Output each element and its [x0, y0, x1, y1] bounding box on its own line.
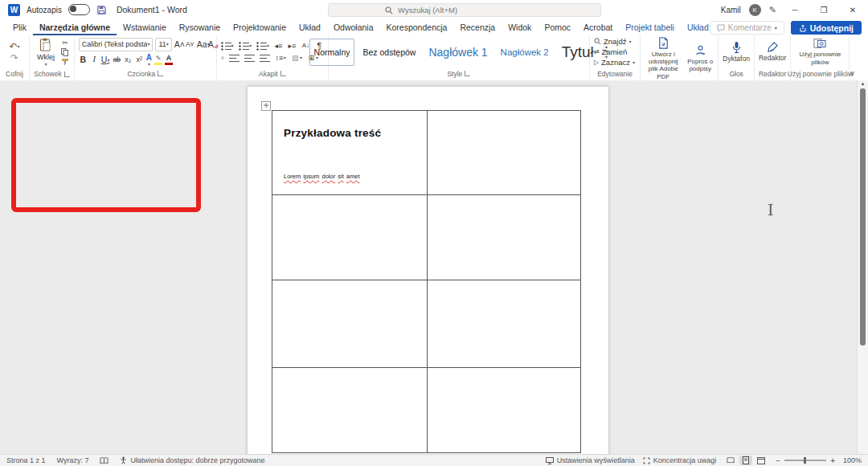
select-button[interactable]: ▷ Zaznacz▾ — [594, 58, 635, 67]
zoom-level[interactable]: 100% — [843, 456, 862, 464]
text-effects-button[interactable]: A▾ — [146, 54, 152, 67]
tab-pomoc[interactable]: Pomoc — [538, 19, 577, 35]
accessibility-status[interactable]: Ułatwienia dostępu: dobrze przygotowane — [120, 456, 264, 464]
font-name-select[interactable]: Calibri (Tekst podsta▾ — [79, 38, 154, 51]
tab-recenzja[interactable]: Recenzja — [453, 19, 502, 35]
zoom-out-button[interactable]: − — [776, 456, 780, 465]
font-size-select[interactable]: 11▾ — [155, 38, 171, 51]
tab-korespondencja[interactable]: Korespondencja — [380, 19, 454, 35]
document-page[interactable]: Przykładowa treść Lorem ipsum dolor sit … — [248, 87, 608, 455]
subscript-button[interactable]: x₂ — [124, 56, 133, 63]
style-naglowek-2[interactable]: Nagłówek 2 — [496, 39, 554, 66]
word-count[interactable]: Wyrazy: 7 — [57, 456, 89, 464]
superscript-button[interactable]: x² — [135, 56, 144, 63]
highlight-color-button[interactable]: ✎ — [154, 55, 162, 65]
numbered-list-button[interactable]: ▾ — [239, 42, 252, 51]
justify-button[interactable] — [260, 54, 270, 63]
zoom-slider[interactable] — [784, 460, 826, 461]
create-pdf-button[interactable]: Utwórz i udostępnij plik Adobe PDF — [645, 37, 682, 80]
copy-icon[interactable] — [61, 48, 68, 56]
italic-button[interactable]: I — [90, 55, 99, 64]
web-layout-button[interactable] — [755, 456, 768, 465]
dictate-button[interactable]: Dyktafon — [723, 41, 750, 63]
ribbon-collapse-icon[interactable]: ∨ — [850, 69, 855, 77]
undo-button[interactable]: ↶▾ — [9, 42, 19, 51]
print-layout-button[interactable] — [739, 456, 752, 465]
change-case-button[interactable]: Aa▾ — [197, 40, 206, 49]
clipboard-dialog-launcher[interactable] — [64, 72, 70, 77]
user-avatar[interactable]: K — [749, 4, 761, 16]
scroll-up-icon[interactable]: ▲ — [858, 81, 868, 86]
style-naglowek-1[interactable]: Nagłówek 1 — [424, 39, 492, 66]
strikethrough-button[interactable]: ab — [113, 56, 121, 63]
display-settings-button[interactable]: Ustawienia wyświetlania — [546, 456, 635, 464]
scrollbar-thumb[interactable] — [860, 88, 866, 345]
restore-button[interactable]: ❐ — [813, 0, 834, 19]
search-input[interactable]: Wyszukaj (Alt+M) — [328, 3, 601, 17]
shrink-font-button[interactable]: A˅ — [186, 41, 194, 48]
table-cell-1-2[interactable] — [428, 111, 581, 195]
redo-button[interactable]: ↷ — [10, 53, 18, 63]
paragraph-dialog-launcher[interactable] — [280, 71, 286, 76]
table-cell-3-2[interactable] — [428, 280, 581, 368]
bold-button[interactable]: B — [79, 55, 88, 64]
save-icon[interactable] — [96, 5, 107, 15]
multilevel-list-button[interactable]: ▾ — [256, 42, 269, 51]
format-painter-icon[interactable] — [61, 58, 69, 66]
minimize-button[interactable]: ─ — [784, 0, 805, 19]
replace-button[interactable]: ⇄ Zamień — [594, 47, 635, 56]
tab-narzedzia-glowne[interactable]: Narzędzia główne — [33, 19, 117, 35]
grow-font-button[interactable]: A˄ — [174, 40, 183, 49]
cut-icon[interactable]: ✂ — [62, 39, 68, 47]
tab-widok[interactable]: Widok — [502, 19, 538, 35]
clear-formatting-button[interactable]: A◢ — [208, 40, 217, 49]
autosave-toggle[interactable] — [68, 4, 90, 15]
table-cell-2-1[interactable] — [272, 195, 428, 280]
tab-uklad[interactable]: Układ — [293, 19, 327, 35]
tab-rysowanie[interactable]: Rysowanie — [173, 19, 227, 35]
align-right-button[interactable] — [244, 54, 255, 63]
page-count[interactable]: Strona 1 z 1 — [6, 456, 46, 464]
paste-button[interactable]: Wklej ▾ — [34, 37, 58, 67]
align-left-button[interactable] — [221, 56, 224, 59]
table-cell-2-2[interactable] — [428, 195, 581, 280]
tab-odwolania[interactable]: Odwołania — [327, 19, 380, 35]
tab-wstawianie[interactable]: Wstawianie — [117, 19, 173, 35]
style-normalny[interactable]: Normalny — [309, 39, 355, 66]
tab-acrobat[interactable]: Acrobat — [577, 19, 619, 35]
read-mode-button[interactable] — [724, 456, 737, 465]
table-cell-1-1[interactable]: Przykładowa treść Lorem ipsum dolor sit … — [272, 111, 428, 195]
reuse-files-button[interactable]: Użyj ponownie plików — [796, 38, 843, 65]
find-button[interactable]: Znajdź▾ — [594, 37, 635, 46]
tab-plik[interactable]: Plik — [6, 19, 33, 35]
ink-pen-icon[interactable]: ✎ — [769, 5, 776, 15]
styles-dialog-launcher[interactable] — [465, 71, 470, 76]
align-center-button[interactable] — [229, 54, 240, 63]
tab-projektowanie[interactable]: Projektowanie — [227, 19, 293, 35]
zoom-in-button[interactable]: + — [830, 456, 835, 465]
line-spacing-button[interactable]: ↕≡▾ — [275, 55, 286, 62]
table-cell-4-2[interactable] — [428, 368, 581, 453]
shading-button[interactable]: ▨▾ — [291, 55, 302, 62]
close-button[interactable]: ✕ — [842, 0, 863, 19]
document-table[interactable]: Przykładowa treść Lorem ipsum dolor sit … — [272, 110, 581, 453]
bullet-list-button[interactable]: ▾ — [221, 42, 234, 51]
underline-button[interactable]: U▾ — [101, 55, 110, 64]
font-color-button[interactable]: A — [165, 55, 173, 65]
style-bez-odstepow[interactable]: Bez odstępów — [358, 39, 420, 66]
decrease-indent-button[interactable]: ◂≡ — [274, 43, 283, 50]
request-signatures-button[interactable]: Poproś o podpisy — [686, 44, 714, 72]
font-dialog-launcher[interactable] — [158, 71, 163, 76]
table-cell-3-1[interactable] — [272, 280, 428, 368]
editor-button[interactable]: Redaktor — [759, 41, 787, 63]
increase-indent-button[interactable]: ▸≡ — [288, 43, 297, 50]
zoom-slider-thumb[interactable] — [804, 457, 806, 464]
proofing-book-icon[interactable] — [100, 457, 108, 464]
focus-button[interactable]: Koncentracja uwagi — [643, 456, 717, 464]
share-button[interactable]: Udostępnij — [791, 21, 862, 35]
vertical-scrollbar[interactable]: ▲ — [857, 80, 868, 455]
tab-projekt-tabeli[interactable]: Projekt tabeli — [619, 19, 681, 35]
comments-button[interactable]: Komentarze ▾ — [710, 21, 784, 35]
table-move-handle[interactable]: ✛ — [261, 101, 271, 111]
table-cell-4-1[interactable] — [272, 368, 428, 453]
